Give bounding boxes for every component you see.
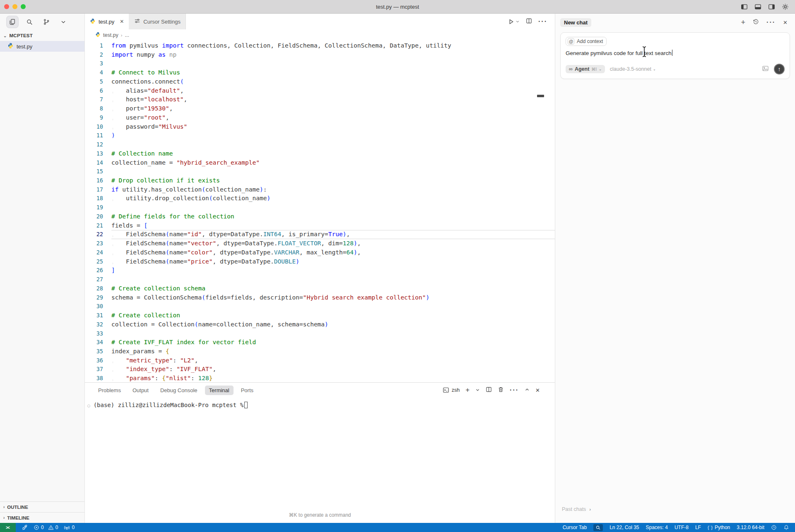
indentation-status[interactable]: Spaces: 4 bbox=[646, 525, 668, 530]
shell-selector[interactable]: zsh bbox=[443, 387, 460, 393]
close-chat-icon[interactable]: ✕ bbox=[783, 19, 788, 26]
run-python-file-button[interactable] bbox=[508, 19, 520, 25]
code-line[interactable]: 19 bbox=[85, 203, 555, 212]
breadcrumb[interactable]: test.py › ... bbox=[85, 29, 555, 41]
add-context-button[interactable]: @ Add context bbox=[566, 37, 607, 46]
language-mode-status[interactable]: {˙} Python bbox=[708, 525, 730, 530]
new-terminal-icon[interactable]: + bbox=[465, 386, 470, 394]
more-views-chevron-icon[interactable] bbox=[58, 16, 69, 28]
panel-more-actions-icon[interactable]: ··· bbox=[510, 386, 519, 394]
timeline-section[interactable]: › TIMELINE bbox=[0, 512, 84, 523]
cursor-position-status[interactable]: Ln 22, Col 35 bbox=[610, 525, 639, 530]
source-control-icon[interactable] bbox=[41, 16, 52, 28]
maximize-panel-chevron-icon[interactable] bbox=[525, 386, 530, 394]
code-line[interactable]: 38"params": {"nlist": 128} bbox=[85, 374, 555, 382]
new-chat-icon[interactable]: + bbox=[741, 18, 746, 27]
code-line[interactable]: 3 bbox=[85, 59, 555, 68]
code-line[interactable]: 37"index_type": "IVF_FLAT", bbox=[85, 365, 555, 374]
problems-status[interactable]: 0 0 bbox=[34, 525, 58, 530]
toggle-bottom-panel-icon[interactable] bbox=[754, 3, 761, 10]
code-line[interactable]: 5connections.connect( bbox=[85, 77, 555, 86]
toggle-right-sidebar-icon[interactable] bbox=[768, 3, 775, 10]
chat-more-actions-icon[interactable]: ··· bbox=[766, 19, 776, 26]
code-line[interactable]: 27 bbox=[85, 275, 555, 284]
explorer-icon[interactable] bbox=[7, 16, 18, 28]
file-item-test-py[interactable]: test.py bbox=[0, 41, 84, 52]
more-actions-icon[interactable]: ··· bbox=[538, 18, 547, 25]
model-selector[interactable]: claude-3.5-sonnet ⌄ bbox=[610, 66, 656, 72]
outline-section[interactable]: › OUTLINE bbox=[0, 501, 84, 512]
code-line[interactable]: 11) bbox=[85, 131, 555, 140]
remote-indicator[interactable]: >< bbox=[0, 523, 16, 532]
code-line[interactable]: 7host="localhost", bbox=[85, 95, 555, 104]
screen-reader-zoom-chip[interactable] bbox=[593, 524, 603, 531]
code-line[interactable]: 10password="Milvus" bbox=[85, 122, 555, 132]
code-line[interactable]: 22FieldSchema(name="id", dtype=DataType.… bbox=[85, 230, 555, 239]
code-line[interactable]: 12 bbox=[85, 140, 555, 149]
panel-tab-terminal[interactable]: Terminal bbox=[205, 386, 234, 395]
feedback-icon[interactable] bbox=[771, 525, 777, 530]
code-line[interactable]: 14collection_name = "hybrid_search_examp… bbox=[85, 158, 555, 168]
attach-image-icon[interactable] bbox=[762, 65, 769, 74]
code-line[interactable]: 2import numpy as np bbox=[85, 50, 555, 60]
panel-tab-problems[interactable]: Problems bbox=[94, 386, 125, 395]
code-line[interactable]: 33 bbox=[85, 329, 555, 338]
code-line[interactable]: 23FieldSchema(name="vector", dtype=DataT… bbox=[85, 239, 555, 248]
code-line[interactable]: 18utility.drop_collection(collection_nam… bbox=[85, 194, 555, 203]
code-line[interactable]: 32collection = Collection(name=collectio… bbox=[85, 320, 555, 329]
encoding-status[interactable]: UTF-8 bbox=[675, 525, 689, 530]
toggle-left-sidebar-icon[interactable] bbox=[741, 3, 748, 10]
code-line[interactable]: 16# Drop collection if it exists bbox=[85, 176, 555, 185]
editor-scrollbar-thumb[interactable] bbox=[537, 95, 544, 97]
split-editor-icon[interactable] bbox=[526, 18, 532, 26]
agent-mode-selector[interactable]: ∞ Agent ⌘I ⌄ bbox=[566, 65, 605, 73]
code-line[interactable]: 6alias="default", bbox=[85, 86, 555, 96]
kill-terminal-trash-icon[interactable] bbox=[498, 386, 504, 394]
python-interpreter-status[interactable]: 3.12.0 64-bit bbox=[737, 525, 764, 530]
search-icon[interactable] bbox=[24, 16, 35, 28]
cursor-tab-status[interactable]: Cursor Tab bbox=[563, 525, 587, 530]
past-chats-link[interactable]: Past chats › bbox=[562, 506, 591, 512]
close-panel-icon[interactable]: ✕ bbox=[535, 387, 540, 393]
tab-test-py[interactable]: test.py ✕ bbox=[85, 14, 129, 29]
panel-tab-output[interactable]: Output bbox=[128, 386, 153, 395]
code-line[interactable]: 13# Collection name bbox=[85, 149, 555, 158]
code-line[interactable]: 26] bbox=[85, 266, 555, 275]
code-line[interactable]: 9user="root", bbox=[85, 113, 555, 122]
explorer-root-folder[interactable]: ⌄ MCPTEST bbox=[0, 30, 84, 41]
chat-input[interactable]: Generate pymilvus code for full text sea… bbox=[566, 50, 785, 58]
code-line[interactable]: 24FieldSchema(name="color", dtype=DataTy… bbox=[85, 248, 555, 257]
code-line[interactable]: 4# Connect to Milvus bbox=[85, 68, 555, 77]
split-terminal-icon[interactable] bbox=[486, 386, 492, 394]
code-line[interactable]: 20# Define fields for the collection bbox=[85, 212, 555, 221]
chat-title-tab[interactable]: New chat bbox=[560, 18, 591, 27]
code-line[interactable]: 17if utility.has_collection(collection_n… bbox=[85, 185, 555, 194]
notifications-bell-icon[interactable] bbox=[783, 525, 789, 530]
send-message-button[interactable]: ↑ bbox=[774, 64, 785, 74]
panel-tab-debug-console[interactable]: Debug Console bbox=[156, 386, 202, 395]
code-line[interactable]: 34# Create IVF_FLAT index for vector fie… bbox=[85, 338, 555, 347]
code-line[interactable]: 29schema = CollectionSchema(fields=field… bbox=[85, 293, 555, 302]
code-line[interactable]: 21fields = [ bbox=[85, 221, 555, 230]
panel-tab-ports[interactable]: Ports bbox=[237, 386, 258, 395]
forwarded-ports-status[interactable]: 0 bbox=[64, 525, 75, 531]
tab-cursor-settings[interactable]: Cursor Settings bbox=[129, 14, 186, 29]
code-line[interactable]: 31# Create collection bbox=[85, 311, 555, 320]
launchpad-rocket-icon[interactable] bbox=[22, 525, 28, 531]
chat-input-card[interactable]: @ Add context Generate pymilvus code for… bbox=[560, 32, 790, 79]
code-line[interactable]: 28# Create collection schema bbox=[85, 284, 555, 293]
settings-gear-icon[interactable] bbox=[782, 3, 789, 10]
terminal-dropdown-chevron-icon[interactable] bbox=[475, 386, 480, 394]
close-tab-icon[interactable]: ✕ bbox=[120, 19, 124, 24]
code-line[interactable]: 25FieldSchema(name="price", dtype=DataTy… bbox=[85, 257, 555, 266]
eol-status[interactable]: LF bbox=[695, 525, 701, 530]
code-line[interactable]: 8port="19530", bbox=[85, 104, 555, 113]
code-line[interactable]: 35index_params = { bbox=[85, 347, 555, 356]
chat-history-icon[interactable] bbox=[753, 19, 759, 26]
code-line[interactable]: 15 bbox=[85, 167, 555, 176]
code-line[interactable]: 36"metric_type": "L2", bbox=[85, 356, 555, 365]
code-line[interactable]: 1from pymilvus import connections, Colle… bbox=[85, 41, 555, 50]
code-line[interactable]: 30 bbox=[85, 302, 555, 311]
code-editor[interactable]: 1from pymilvus import connections, Colle… bbox=[85, 41, 555, 382]
terminal-output[interactable]: ○ (base) zilliz@zillizdeMacBook-Pro mcpt… bbox=[85, 398, 555, 512]
